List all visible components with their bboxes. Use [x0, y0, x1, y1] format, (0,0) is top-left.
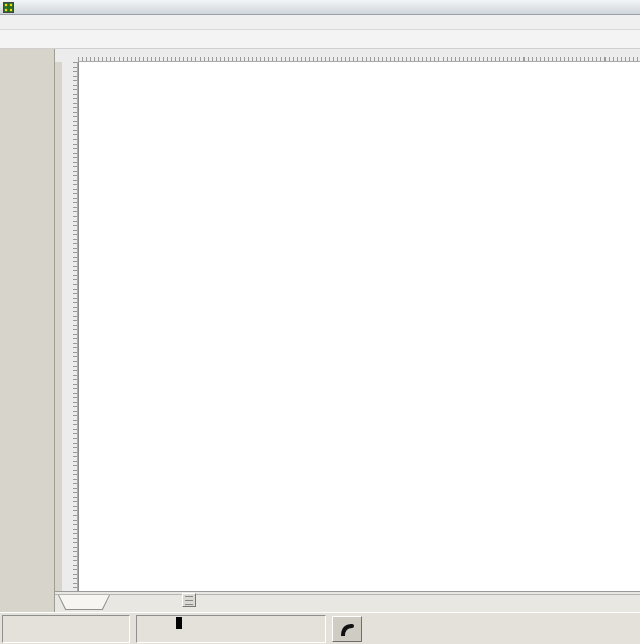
main-area: [0, 49, 640, 613]
layer-visibility-strip[interactable]: [176, 617, 182, 629]
ruler-unit-label: [55, 49, 78, 62]
title-bar: [0, 0, 640, 15]
cursor-coordinates: [2, 615, 130, 643]
y-label: [7, 629, 21, 641]
sheet-tab-bar: [55, 591, 640, 613]
pcb-drawing: [79, 62, 640, 591]
work-area: [55, 49, 640, 613]
ruler-spacer: [55, 62, 62, 591]
solder-side-button[interactable]: [332, 616, 362, 642]
app-icon: [3, 2, 14, 13]
pcb-canvas[interactable]: [78, 62, 640, 591]
vertical-ruler: [62, 62, 78, 591]
menu-bar: [0, 15, 640, 30]
tool-panel: [0, 49, 55, 613]
scrollbar-grip[interactable]: [182, 593, 196, 607]
toolbar: [0, 30, 640, 49]
tab-platine1-label: [59, 595, 109, 609]
layer-panel: [136, 615, 326, 643]
tab-platine1[interactable]: [58, 595, 110, 610]
scrollbar-track[interactable]: [55, 594, 640, 595]
horizontal-ruler: [78, 49, 640, 62]
status-bar: [0, 612, 640, 644]
x-label: [7, 617, 21, 629]
solder-side-icon: [337, 620, 357, 638]
app-window: [0, 0, 640, 644]
